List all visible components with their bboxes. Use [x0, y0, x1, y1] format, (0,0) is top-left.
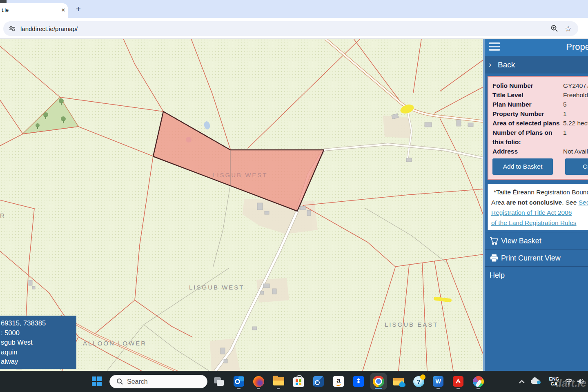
disclaimer-box: *Tailte Éireann Registration Bound Area …	[488, 184, 588, 230]
land-registration-rules-link[interactable]: of the Land Registration Rules	[491, 219, 577, 226]
onedrive-folder-icon[interactable]	[390, 373, 407, 390]
search-label: Search	[127, 378, 148, 385]
back-button[interactable]: › Back	[485, 56, 588, 74]
add-to-basket-button[interactable]: Add to Basket	[492, 158, 553, 175]
cart-icon	[490, 237, 499, 245]
detail-row: Plan Number 5	[492, 100, 588, 109]
bookmark-star-icon[interactable]: ☆	[565, 24, 572, 33]
detail-row: Address Not Availa	[492, 147, 588, 156]
land-registry-map[interactable]: LISGUB WEST LISGUB WEST LISGUB EAST ALLO…	[0, 39, 483, 371]
wifi-icon[interactable]	[564, 373, 574, 390]
detail-row: Folio Number GY24077	[492, 81, 588, 90]
map-label-fragment: R	[0, 212, 6, 219]
hamburger-menu-icon[interactable]	[489, 42, 500, 52]
sidebar-menu: View Basket Print Current View Help	[485, 232, 588, 283]
print-current-view-label: Print Current View	[501, 249, 561, 267]
language-indicator[interactable]: ENG GA	[547, 373, 561, 390]
back-label: Back	[498, 56, 515, 74]
chrome-app-icon[interactable]	[370, 373, 387, 390]
url-text[interactable]: landdirect.ie/pramap/	[20, 25, 78, 32]
disclaimer-line: Registration of Title Act 2006	[491, 207, 588, 218]
mail-app-icon[interactable]	[310, 373, 327, 390]
detail-row: Number of Plans on this folio: 1	[492, 128, 588, 147]
taskbar-search-box[interactable]: Search	[109, 375, 207, 388]
county-line: alway	[1, 357, 76, 367]
microsoft-store-icon[interactable]	[290, 373, 307, 390]
dropbox-app-icon[interactable]	[350, 373, 367, 390]
townland-line: sgub West	[1, 338, 76, 347]
disclaimer-line: Area are not conclusive. See Sec	[491, 197, 588, 207]
pond	[203, 121, 211, 130]
coords-line: 69315, 738385	[1, 318, 76, 328]
print-current-view-item[interactable]: Print Current View	[485, 249, 588, 266]
help-label: Help	[490, 267, 505, 284]
detail-row: Title Level Freehold	[492, 90, 588, 100]
tab-title: t.ie	[2, 7, 9, 13]
detail-row: Area of selected plans 5.22 hecta	[492, 118, 588, 128]
parish-line: aquin	[1, 347, 76, 357]
property-sidebar: Prope › Back Folio Number GY24077 Title …	[483, 39, 588, 371]
browser-tab[interactable]: t.ie ×	[0, 3, 68, 18]
create-button[interactable]: Crea	[565, 158, 588, 175]
help-item[interactable]: Help	[485, 266, 588, 283]
scale-line: : 5000	[1, 328, 76, 338]
search-icon	[116, 378, 123, 385]
disclaimer-line: *Tailte Éireann Registration Bound	[491, 187, 588, 197]
word-app-icon[interactable]: W	[430, 373, 446, 390]
new-tab-button[interactable]: +	[74, 4, 83, 14]
coords-info-box: 69315, 738385 : 5000 sgub West aquin alw…	[0, 316, 76, 369]
browser-tab-strip: t.ie × +	[0, 0, 588, 18]
tray-overflow-chevron[interactable]	[517, 373, 527, 390]
disclaimer-line: of the Land Registration Rules	[491, 218, 588, 228]
section-link[interactable]: Sec	[579, 199, 588, 206]
windows-logo-icon	[92, 376, 102, 386]
start-button[interactable]	[89, 373, 105, 390]
firefox-app-icon[interactable]	[250, 373, 267, 390]
file-explorer-icon[interactable]	[270, 373, 287, 390]
woodland-area	[22, 97, 78, 134]
sidebar-header: Prope	[485, 39, 588, 56]
parcel-feature-dot	[186, 137, 192, 143]
registration-act-link[interactable]: Registration of Title Act 2006	[491, 209, 572, 216]
volume-icon[interactable]	[575, 373, 586, 390]
zoom-page-icon[interactable]	[550, 24, 559, 33]
amazon-app-icon[interactable]: a	[330, 373, 347, 390]
windows-taskbar: Search a ? W ENG GA	[0, 371, 588, 392]
url-bar[interactable]: landdirect.ie/pramap/ ☆	[3, 21, 578, 36]
onedrive-tray-icon[interactable]	[529, 373, 541, 390]
map-label-townland: LISGUB EAST	[385, 321, 438, 328]
outlook-app-icon[interactable]	[231, 373, 247, 390]
panel-title: Prope	[566, 42, 588, 52]
chevron-right-icon: ›	[489, 56, 491, 74]
selected-parcel	[153, 111, 324, 211]
map-label-townland: LISGUB WEST	[189, 284, 245, 291]
detail-row: Property Number 1	[492, 109, 588, 118]
acrobat-app-icon[interactable]	[450, 373, 466, 390]
view-basket-label: View Basket	[501, 232, 541, 249]
map-label-townland: ALLOON LOWER	[83, 340, 147, 347]
browser-toolbar: landdirect.ie/pramap/ ☆	[0, 18, 588, 39]
site-settings-icon[interactable]	[8, 24, 16, 33]
tab-close-icon[interactable]: ×	[59, 6, 68, 15]
help-app-icon[interactable]: ?	[410, 373, 427, 390]
paint-app-icon[interactable]	[470, 373, 486, 390]
task-view-button[interactable]	[211, 373, 227, 390]
view-basket-item[interactable]: View Basket	[485, 232, 588, 249]
property-details-panel: Folio Number GY24077 Title Level Freehol…	[488, 76, 588, 180]
map-label-townland: LISGUB WEST	[212, 172, 268, 178]
printer-icon	[490, 254, 499, 262]
